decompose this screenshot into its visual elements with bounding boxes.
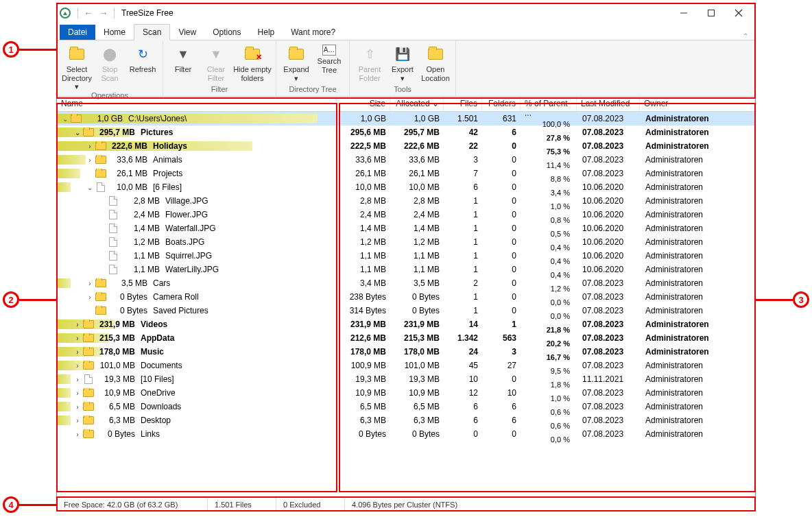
tree-row[interactable]: ›33,6 MBAnimals33,6 MB33,6 MB3011,4 %07.… [57, 153, 755, 167]
expand-toggle[interactable]: › [73, 335, 82, 342]
tree-row[interactable]: ⌄1,0 GBC:\Users\Jones\1,0 GB1,0 GB1.5016… [57, 112, 755, 125]
folder-icon [95, 169, 106, 178]
tree-row[interactable]: ›222,6 MBHolidays222,5 MB222,6 MB22075,3… [57, 139, 755, 153]
tree-row[interactable]: 1,1 MBSquirrel.JPG1,1 MB1,1 MB100,4 %10.… [57, 249, 755, 263]
expand-toggle[interactable]: › [86, 156, 94, 164]
maximize-button[interactable] [697, 3, 725, 23]
name-cell: ›10,9 MBOneDrive [57, 388, 337, 398]
tab-home[interactable]: Home [95, 25, 134, 40]
size-in-tree: 0 Bytes [97, 429, 135, 439]
size-in-tree: 1,4 MB [121, 224, 160, 233]
header-folders[interactable]: Folders [482, 97, 521, 111]
modified-cell: 10.06.2020 [577, 224, 640, 233]
open-location-button[interactable]: Open Location [420, 42, 451, 85]
tree-row[interactable]: ⌄295,7 MBPictures295,6 MB295,7 MB42627,8… [57, 125, 755, 139]
expand-toggle[interactable]: › [73, 362, 82, 370]
select-directory-button[interactable]: Select Directory ▾ [61, 42, 93, 91]
ribbon-group-tools: ⇧Parent Folder 💾Export ▾ Open Location T… [350, 40, 456, 96]
callout-1: 1 [3, 41, 19, 58]
item-name: AppData [141, 333, 174, 343]
files-cell: 1.501 [444, 114, 482, 123]
modified-cell: 07.08.2023 [577, 278, 640, 288]
item-name: Holidays [153, 141, 187, 151]
size-in-tree: 10,0 MB [109, 182, 147, 192]
tree-row[interactable]: ›10,9 MBOneDrive10,9 MB10,9 MB12101,0 %0… [57, 386, 755, 400]
alloc-cell: 1,0 GB [390, 114, 444, 123]
owner-cell: Administratoren [640, 402, 755, 411]
collapse-ribbon-button[interactable]: ⌃ [743, 32, 748, 40]
search-tree-button[interactable]: A…Search Tree [313, 42, 345, 85]
stop-scan-button[interactable]: ⬤Stop Scan [94, 42, 126, 91]
item-name: Flower.JPG [165, 210, 208, 219]
tab-view[interactable]: View [170, 25, 204, 40]
alloc-cell: 1,1 MB [390, 251, 444, 261]
size-cell: 1,4 MB [337, 224, 390, 233]
header-owner[interactable]: Owner [640, 97, 755, 111]
expand-toggle[interactable]: › [73, 321, 82, 328]
expand-toggle[interactable]: › [73, 403, 82, 411]
folders-cell: 1 [482, 320, 521, 329]
header-percent[interactable]: % of Parent ... [521, 97, 577, 111]
expand-toggle[interactable]: › [86, 293, 94, 301]
tree-row[interactable]: ›0 BytesLinks0 Bytes0 Bytes000,0 %07.08.… [57, 427, 755, 441]
header-name[interactable]: Name [57, 97, 337, 111]
tree-row[interactable]: ›215,3 MBAppData212,6 MB215,3 MB1.342563… [57, 331, 755, 345]
status-excluded: 0 Excluded [276, 498, 345, 511]
size-in-tree: 295,7 MB [97, 128, 135, 137]
size-in-tree: 222,6 MB [109, 141, 147, 151]
expand-toggle[interactable]: ⌄ [86, 184, 94, 191]
folder-icon [83, 402, 94, 411]
close-button[interactable] [725, 3, 752, 23]
tree-row[interactable]: 0 BytesSaved Pictures314 Bytes0 Bytes100… [57, 304, 755, 317]
header-size[interactable]: Size [337, 97, 390, 111]
expand-toggle[interactable]: › [73, 431, 82, 438]
tab-file[interactable]: Datei [60, 25, 95, 40]
alloc-cell: 1,4 MB [390, 224, 444, 233]
nav-forward-button[interactable]: → [96, 8, 111, 19]
expand-toggle[interactable]: › [73, 376, 82, 383]
alloc-cell: 10,9 MB [390, 388, 444, 398]
nav-back-button[interactable]: ← [81, 8, 96, 19]
tree-row[interactable]: 1,2 MBBoats.JPG1,2 MB1,2 MB100,4 %10.06.… [57, 235, 755, 249]
size-in-tree: 2,4 MB [121, 210, 160, 219]
callout-4: 4 [3, 496, 19, 513]
tree-row[interactable]: 2,8 MBVillage.JPG2,8 MB2,8 MB101,0 %10.0… [57, 194, 755, 208]
header-files[interactable]: Files [444, 97, 482, 111]
expand-toggle[interactable]: ⌄ [73, 129, 82, 136]
tree-row[interactable]: ›231,9 MBVideos231,9 MB231,9 MB14121,8 %… [57, 317, 755, 331]
tab-want-more[interactable]: Want more? [283, 25, 344, 40]
tree-row[interactable]: 2,4 MBFlower.JPG2,4 MB2,4 MB100,8 %10.06… [57, 208, 755, 221]
expand-toggle[interactable]: › [73, 417, 82, 424]
minimize-button[interactable] [670, 3, 697, 23]
expand-toggle[interactable]: › [73, 389, 82, 397]
expand-button[interactable]: Expand ▾ [280, 42, 312, 85]
expand-toggle[interactable]: ⌄ [61, 115, 69, 123]
refresh-button[interactable]: ↻Refresh [127, 42, 158, 91]
header-allocated[interactable]: Allocated ⌄ [390, 97, 444, 111]
tab-help[interactable]: Help [250, 25, 283, 40]
tree-row[interactable]: 1,1 MBWaterLilly.JPG1,1 MB1,1 MB100,4 %1… [57, 263, 755, 276]
export-button[interactable]: 💾Export ▾ [387, 42, 418, 85]
name-cell: 1,2 MBBoats.JPG [57, 237, 337, 247]
tab-options[interactable]: Options [204, 25, 249, 40]
expand-toggle[interactable]: › [86, 280, 94, 287]
tree-row[interactable]: ›6,3 MBDesktop6,3 MB6,3 MB660,6 %07.08.2… [57, 413, 755, 427]
tree-row[interactable]: ›0 BytesCamera Roll238 Bytes0 Bytes100,0… [57, 290, 755, 304]
tree-row[interactable]: ›19,3 MB[10 Files]19,3 MB19,3 MB1001,8 %… [57, 372, 755, 386]
filter-button[interactable]: ▼Filter [167, 42, 199, 85]
tree-row[interactable]: ⌄10,0 MB[6 Files]10,0 MB10,0 MB603,4 %10… [57, 180, 755, 194]
hide-empty-button[interactable]: ✕Hide empty folders [233, 42, 272, 85]
tree-row[interactable]: ›101,0 MBDocuments100,9 MB101,0 MB45279,… [57, 359, 755, 372]
header-modified[interactable]: Last Modified [577, 97, 640, 111]
expand-toggle[interactable]: › [86, 143, 94, 150]
tab-scan[interactable]: Scan [134, 24, 170, 40]
expand-toggle[interactable]: › [73, 348, 82, 356]
tree-row[interactable]: ›6,5 MBDownloads6,5 MB6,5 MB660,6 %07.08… [57, 400, 755, 413]
tree-row[interactable]: 1,4 MBWaterfall.JPG1,4 MB1,4 MB100,5 %10… [57, 221, 755, 235]
tree-row[interactable]: ›3,5 MBCars3,4 MB3,5 MB201,2 %07.08.2023… [57, 276, 755, 290]
parent-folder-button[interactable]: ⇧Parent Folder [354, 42, 385, 85]
tree-row[interactable]: 26,1 MBProjects26,1 MB26,1 MB708,8 %07.0… [57, 167, 755, 180]
tree-row[interactable]: ›178,0 MBMusic178,0 MB178,0 MB24316,7 %0… [57, 345, 755, 359]
name-cell: ⌄295,7 MBPictures [57, 128, 337, 137]
clear-filter-button[interactable]: ▼Clear Filter [200, 42, 232, 85]
